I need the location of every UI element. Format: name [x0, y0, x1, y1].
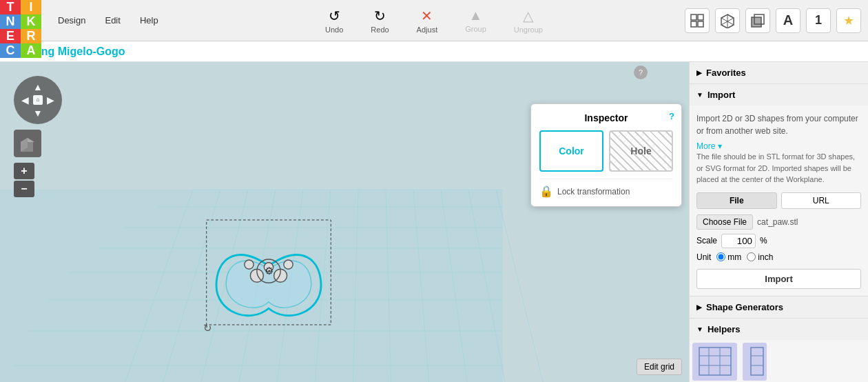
- redo-label: Redo: [371, 26, 389, 34]
- nav-edit[interactable]: Edit: [95, 11, 130, 30]
- svg-text:⚙: ⚙: [265, 265, 273, 277]
- nav-up-arrow[interactable]: ▲: [32, 81, 45, 94]
- choose-file-row: Choose File cat_paw.stl: [696, 214, 861, 230]
- shape-generators-arrow: ▶: [696, 303, 702, 311]
- canvas-area[interactable]: ↻ ⚙ ▲: [0, 62, 689, 382]
- svg-rect-46: [699, 348, 731, 375]
- unit-mm-text: mm: [727, 252, 741, 262]
- unit-row: Unit mm inch: [696, 252, 861, 262]
- redo-button[interactable]: ↻ Redo: [364, 5, 395, 37]
- shape-generators-label: Shape Generators: [706, 302, 783, 312]
- shape-generators-header[interactable]: ▶ Shape Generators: [690, 296, 868, 318]
- nav-home-btn[interactable]: ⌂: [32, 94, 45, 107]
- svg-point-39: [284, 260, 293, 269]
- svg-point-38: [245, 260, 254, 269]
- helper-thumb-2[interactable]: [743, 343, 767, 381]
- nav-help[interactable]: Help: [130, 11, 168, 30]
- color-button[interactable]: Color: [539, 130, 603, 172]
- nav-left-arrow[interactable]: ◀: [19, 94, 32, 107]
- helpers-section: ▼ Helpers: [690, 319, 868, 383]
- logo-c: C: [0, 43, 21, 58]
- zoom-controls: + −: [14, 163, 62, 197]
- lock-transformation-row: 🔒 Lock transformation: [539, 179, 673, 198]
- helper-thumb-1[interactable]: [692, 343, 737, 381]
- grid-view-button[interactable]: [685, 8, 710, 33]
- import-label: Import: [707, 90, 735, 100]
- logo: T I N K E R C A: [0, 0, 41, 41]
- import-header[interactable]: ▼ Import: [690, 84, 868, 105]
- svg-rect-2: [691, 21, 696, 27]
- adjust-button[interactable]: ✕ Adjust: [410, 5, 445, 37]
- svg-rect-8: [752, 17, 761, 27]
- favorites-section: ▶ Favorites: [690, 62, 868, 84]
- help-badge[interactable]: ?: [634, 66, 648, 79]
- scale-label: Scale: [696, 236, 717, 245]
- nav-down-arrow[interactable]: ▼: [32, 106, 45, 119]
- edit-grid-button[interactable]: Edit grid: [637, 359, 682, 375]
- topbar: T I N K E R C A Design Edit Help ↺ Undo …: [0, 0, 868, 41]
- unit-inch-label[interactable]: inch: [747, 252, 773, 262]
- unit-inch-text: inch: [758, 252, 773, 262]
- ungroup-icon: △: [523, 8, 533, 24]
- svg-rect-51: [751, 348, 763, 375]
- adjust-icon: ✕: [421, 8, 433, 24]
- favorites-header[interactable]: ▶ Favorites: [690, 62, 868, 83]
- toolbar-center: ↺ Undo ↻ Redo ✕ Adjust ▲ Group △ Ungroup: [318, 5, 550, 37]
- group-label: Group: [465, 25, 486, 33]
- favorites-arrow: ▶: [696, 69, 702, 77]
- ungroup-button[interactable]: △ Ungroup: [507, 5, 550, 37]
- favorites-label: Favorites: [706, 68, 746, 78]
- helpers-label: Helpers: [707, 324, 741, 334]
- import-button[interactable]: Import: [696, 269, 861, 289]
- svg-rect-1: [698, 14, 703, 20]
- nav-compass[interactable]: ▲ ◀ ⌂ ▶ ▼: [14, 76, 62, 124]
- unit-inch-radio[interactable]: [747, 252, 756, 261]
- text-view-button[interactable]: A: [776, 8, 800, 33]
- star-button[interactable]: ★: [836, 8, 861, 33]
- zoom-out-button[interactable]: −: [14, 181, 34, 197]
- url-tab-button[interactable]: URL: [781, 192, 862, 209]
- right-panel: ▶ Favorites ▼ Import Import 2D or 3D sha…: [689, 62, 868, 382]
- unit-mm-radio[interactable]: [716, 252, 725, 261]
- unit-mm-label[interactable]: mm: [716, 252, 741, 262]
- titlebar: Stunning Migelo-Gogo: [0, 41, 868, 62]
- nav-right-arrow[interactable]: ▶: [44, 94, 57, 107]
- view-cube-btn[interactable]: [14, 130, 41, 157]
- import-description: Import 2D or 3D shapes from your compute…: [696, 112, 861, 137]
- toolbar-right: A 1 ★: [685, 8, 868, 33]
- scale-row: Scale %: [696, 234, 861, 248]
- import-section: ▼ Import Import 2D or 3D shapes from you…: [690, 84, 868, 296]
- logo-k: K: [21, 14, 41, 29]
- logo-n: N: [0, 14, 21, 29]
- inspector-title: Inspector: [539, 112, 673, 123]
- lock-icon: 🔒: [539, 185, 553, 198]
- main: ↻ ⚙ ▲: [0, 62, 868, 382]
- number-view-button[interactable]: 1: [806, 8, 831, 33]
- undo-button[interactable]: ↺ Undo: [318, 5, 350, 37]
- nav-menu: Design Edit Help: [41, 11, 168, 30]
- import-more-link[interactable]: More ▾: [696, 141, 861, 151]
- 3d-view-button[interactable]: [715, 8, 740, 33]
- helpers-header[interactable]: ▼ Helpers: [690, 319, 868, 340]
- unit-label: Unit: [696, 252, 711, 262]
- zoom-in-button[interactable]: +: [14, 163, 34, 179]
- adjust-label: Adjust: [417, 26, 438, 34]
- logo-a: A: [21, 43, 41, 58]
- logo-r: R: [21, 29, 41, 43]
- shape-generators-section: ▶ Shape Generators: [690, 296, 868, 319]
- nav-design[interactable]: Design: [48, 11, 95, 30]
- group-button[interactable]: ▲ Group: [458, 5, 493, 36]
- redo-icon: ↻: [374, 8, 386, 24]
- inspector-help-btn[interactable]: ?: [669, 111, 674, 121]
- ungroup-label: Ungroup: [514, 26, 543, 34]
- logo-t: T: [0, 0, 21, 14]
- logo-e: E: [0, 29, 21, 43]
- undo-label: Undo: [325, 26, 343, 34]
- choose-file-button[interactable]: Choose File: [696, 214, 753, 230]
- import-body: Import 2D or 3D shapes from your compute…: [690, 105, 868, 296]
- file-tab-button[interactable]: File: [696, 192, 777, 209]
- helpers-preview: [690, 340, 868, 383]
- box-view-button[interactable]: [745, 8, 770, 33]
- hole-button[interactable]: Hole: [609, 130, 673, 172]
- scale-input[interactable]: [721, 234, 756, 248]
